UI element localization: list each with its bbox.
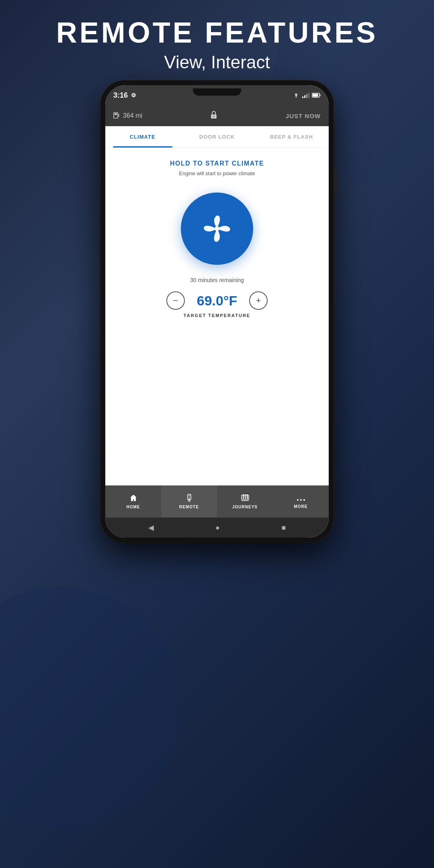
temp-increase-button[interactable]: + xyxy=(249,291,268,310)
svg-point-19 xyxy=(300,499,302,501)
svg-point-20 xyxy=(303,499,305,501)
nav-more-label: MORE xyxy=(294,504,308,509)
header-section: REMOTE FEATURES View, Interact xyxy=(0,16,434,72)
temperature-controls: − 69.0°F + xyxy=(166,291,268,310)
clock-time: 3:16 xyxy=(113,91,128,100)
svg-rect-16 xyxy=(247,494,248,499)
svg-point-7 xyxy=(215,226,219,231)
more-icon xyxy=(297,495,305,503)
timestamp: JUST NOW xyxy=(286,113,321,119)
fuel-icon xyxy=(113,112,120,120)
nav-home[interactable]: HOME xyxy=(105,485,161,518)
svg-point-6 xyxy=(213,116,215,117)
mileage-value: 364 mi xyxy=(123,112,142,119)
nav-remote[interactable]: REMOTE xyxy=(161,485,217,518)
fan-icon xyxy=(201,213,233,245)
svg-rect-14 xyxy=(243,494,244,499)
lock-icon xyxy=(210,111,217,119)
page-subtitle: View, Interact xyxy=(0,52,434,72)
temperature-value: 69.0°F xyxy=(197,293,237,309)
nav-home-label: HOME xyxy=(127,505,140,509)
tab-door-lock[interactable]: DOOR LOCK xyxy=(180,126,254,147)
recents-button[interactable]: ■ xyxy=(281,524,286,532)
svg-point-10 xyxy=(188,497,189,498)
phone-outer: 3:16 ⚙ xyxy=(100,80,334,542)
temp-label: TARGET TEMPERATURE xyxy=(184,313,250,318)
fan-start-button[interactable] xyxy=(181,192,253,265)
nav-remote-label: REMOTE xyxy=(179,505,199,509)
nav-journeys-label: JOURNEYS xyxy=(232,505,258,509)
duration-remaining: 30 minutes remaining xyxy=(190,277,244,283)
status-icons xyxy=(293,92,321,98)
page-title: REMOTE FEATURES xyxy=(0,16,434,49)
bottom-nav: HOME REMOTE xyxy=(105,485,329,518)
phone-screen: 3:16 ⚙ xyxy=(105,85,329,538)
svg-rect-1 xyxy=(313,94,318,97)
signal-icon xyxy=(302,92,309,98)
svg-rect-15 xyxy=(245,494,246,499)
info-bar: 364 mi JUST NOW xyxy=(105,105,329,126)
lock-icon-group xyxy=(210,111,217,121)
battery-icon xyxy=(312,93,321,98)
journeys-icon xyxy=(241,494,249,503)
mileage-group: 364 mi xyxy=(113,112,142,120)
hold-subtitle: Engine will start to power climate xyxy=(179,170,255,176)
svg-rect-12 xyxy=(188,501,190,502)
android-nav: ◀ ● ■ xyxy=(105,518,329,538)
remote-icon xyxy=(185,494,193,503)
phone-wrapper: 3:16 ⚙ xyxy=(100,80,334,542)
tab-climate[interactable]: CLIMATE xyxy=(105,126,180,147)
back-button[interactable]: ◀ xyxy=(148,523,154,532)
nav-more[interactable]: MORE xyxy=(273,485,329,518)
home-icon xyxy=(129,494,137,503)
svg-rect-9 xyxy=(188,495,190,496)
tab-bar: CLIMATE DOOR LOCK BEEP & FLASH xyxy=(105,126,329,148)
main-content: HOLD TO START CLIMATE Engine will start … xyxy=(105,148,329,485)
svg-point-18 xyxy=(297,499,299,501)
settings-icon: ⚙ xyxy=(131,92,136,98)
wifi-icon xyxy=(293,92,300,98)
hold-title: HOLD TO START CLIMATE xyxy=(170,160,264,167)
tab-beep-flash[interactable]: BEEP & FLASH xyxy=(254,126,329,147)
status-time-group: 3:16 ⚙ xyxy=(113,91,136,100)
phone-notch xyxy=(193,88,241,96)
nav-journeys[interactable]: JOURNEYS xyxy=(217,485,273,518)
svg-rect-4 xyxy=(115,113,117,115)
home-button[interactable]: ● xyxy=(215,524,220,532)
temp-decrease-button[interactable]: − xyxy=(166,291,185,310)
svg-rect-2 xyxy=(320,94,321,96)
svg-rect-17 xyxy=(242,500,249,501)
